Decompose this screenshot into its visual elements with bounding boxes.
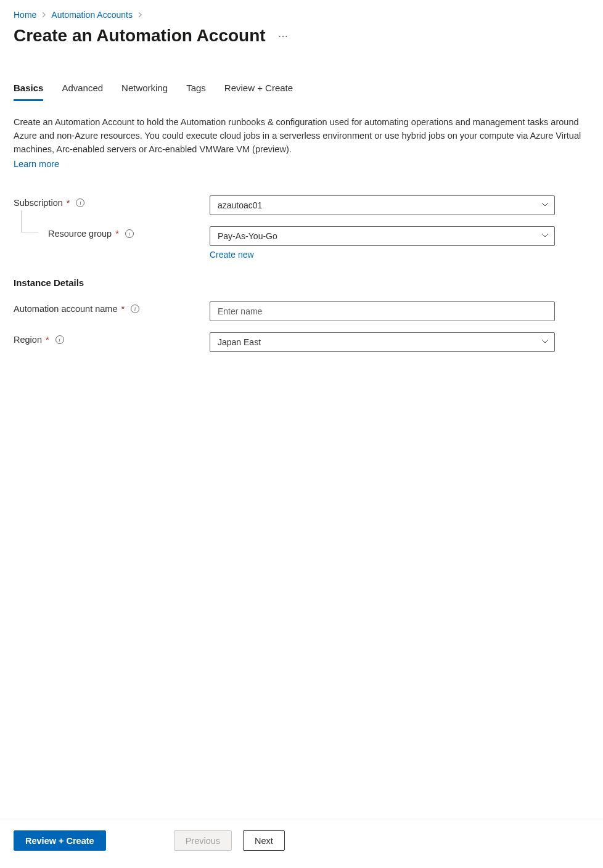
account-name-label: Automation account name bbox=[14, 304, 117, 314]
next-button[interactable]: Next bbox=[243, 830, 285, 851]
info-icon[interactable]: i bbox=[55, 335, 64, 344]
breadcrumb-automation-accounts[interactable]: Automation Accounts bbox=[51, 10, 133, 20]
footer: Review + Create Previous Next bbox=[0, 819, 603, 868]
resource-group-label: Resource group bbox=[48, 229, 112, 239]
more-actions-icon[interactable]: ⋯ bbox=[278, 30, 289, 42]
learn-more-link[interactable]: Learn more bbox=[14, 159, 59, 169]
required-indicator: * bbox=[121, 304, 125, 314]
chevron-right-icon bbox=[137, 10, 142, 19]
required-indicator: * bbox=[46, 335, 49, 345]
review-create-button[interactable]: Review + Create bbox=[14, 830, 106, 851]
tab-advanced[interactable]: Advanced bbox=[62, 83, 103, 101]
description-text: Create an Automation Account to hold the… bbox=[14, 116, 586, 156]
info-icon[interactable]: i bbox=[125, 229, 134, 238]
instance-details-header: Instance Details bbox=[14, 277, 586, 288]
tabs: Basics Advanced Networking Tags Review +… bbox=[14, 83, 586, 101]
required-indicator: * bbox=[115, 229, 119, 239]
subscription-dropdown[interactable] bbox=[210, 195, 555, 215]
tab-networking[interactable]: Networking bbox=[121, 83, 168, 101]
previous-button: Previous bbox=[174, 830, 232, 851]
page-title: Create an Automation Account bbox=[14, 26, 266, 46]
chevron-right-icon bbox=[41, 10, 46, 19]
breadcrumb: Home Automation Accounts bbox=[14, 10, 586, 20]
account-name-input[interactable] bbox=[210, 301, 555, 321]
tab-basics[interactable]: Basics bbox=[14, 83, 43, 101]
indent-line bbox=[21, 210, 38, 232]
info-icon[interactable]: i bbox=[131, 305, 139, 313]
tab-tags[interactable]: Tags bbox=[186, 83, 206, 101]
region-label: Region bbox=[14, 335, 42, 345]
info-icon[interactable]: i bbox=[76, 199, 84, 207]
resource-group-dropdown[interactable] bbox=[210, 226, 555, 246]
tab-review-create[interactable]: Review + Create bbox=[224, 83, 293, 101]
create-new-link[interactable]: Create new bbox=[210, 250, 254, 260]
required-indicator: * bbox=[67, 198, 70, 208]
breadcrumb-home[interactable]: Home bbox=[14, 10, 36, 20]
region-dropdown[interactable] bbox=[210, 332, 555, 352]
subscription-label: Subscription bbox=[14, 198, 63, 208]
